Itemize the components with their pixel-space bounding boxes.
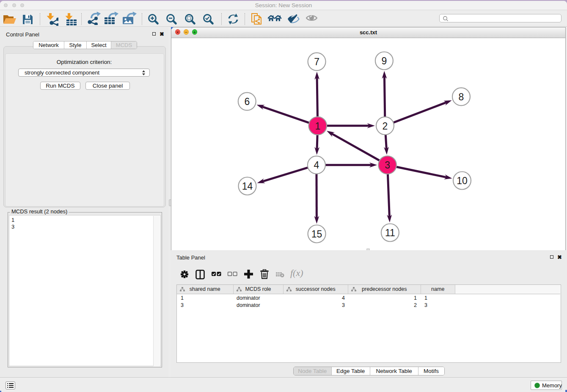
svg-text:14: 14 (242, 181, 253, 192)
svg-text:6: 6 (244, 96, 250, 107)
svg-text:2: 2 (383, 121, 388, 132)
svg-text:7: 7 (314, 56, 319, 67)
svg-text:10: 10 (457, 175, 468, 186)
svg-text:15: 15 (311, 229, 322, 240)
svg-text:8: 8 (459, 91, 464, 102)
svg-text:4: 4 (314, 160, 319, 171)
svg-text:9: 9 (382, 55, 387, 66)
svg-text:1: 1 (315, 121, 320, 132)
svg-text:11: 11 (385, 227, 395, 238)
svg-text:3: 3 (385, 160, 390, 171)
